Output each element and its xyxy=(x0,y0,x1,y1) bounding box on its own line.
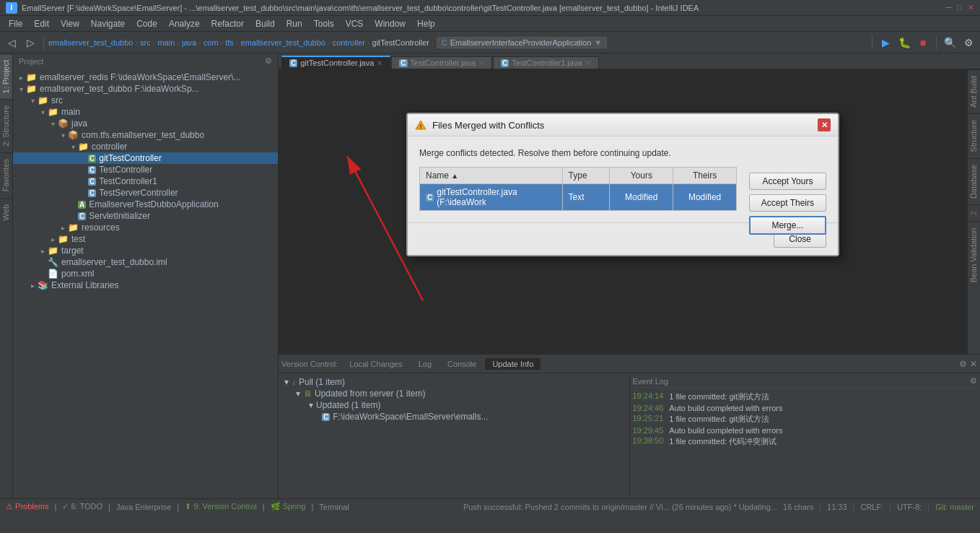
forward-btn[interactable]: ▷ xyxy=(22,34,39,51)
col-header-yours[interactable]: Yours xyxy=(610,168,673,184)
bottom-close-btn[interactable]: ✕ xyxy=(970,359,977,369)
menu-tools[interactable]: Tools xyxy=(308,17,340,30)
menu-edit[interactable]: Edit xyxy=(28,17,55,30)
col-header-type[interactable]: Type xyxy=(562,168,610,184)
sidebar-gear[interactable]: ⚙ xyxy=(265,56,272,66)
tree-resources[interactable]: ▸ 📁 resources xyxy=(13,222,278,233)
breadcrumb-java[interactable]: java xyxy=(182,38,196,47)
breadcrumb-com[interactable]: com xyxy=(204,38,219,47)
menu-help[interactable]: Help xyxy=(411,17,441,30)
status-spring[interactable]: 🌿 Spring xyxy=(271,502,306,511)
status-problems[interactable]: ⚠ Problems xyxy=(6,502,49,511)
status-sep5: | xyxy=(311,503,313,511)
minimize-btn[interactable]: ─ xyxy=(946,3,952,12)
tree-TestController[interactable]: C TestController xyxy=(13,164,278,176)
tree-target[interactable]: ▸ 📁 target xyxy=(13,245,278,256)
menu-refactor[interactable]: Refactor xyxy=(206,17,250,30)
editor-area[interactable]: ! Files Merged with Conflicts ✕ Merge co… xyxy=(279,69,967,354)
accept-yours-button[interactable]: Accept Yours xyxy=(749,173,826,190)
status-sep4: | xyxy=(263,503,265,511)
tree-TestServerController[interactable]: C TestServerController xyxy=(13,187,278,199)
maximize-btn[interactable]: □ xyxy=(957,3,962,12)
conflict-row[interactable]: C gitTestController.java (F:\ideaWork Te… xyxy=(420,184,737,211)
breadcrumb-src[interactable]: src xyxy=(140,38,151,47)
menu-build[interactable]: Build xyxy=(250,17,281,30)
tab-close[interactable]: ✕ xyxy=(377,59,382,67)
tab-TestController[interactable]: C TestController.java ✕ xyxy=(391,56,492,69)
updated-from-server[interactable]: ▾ 🖥 Updated from server (1 item) xyxy=(281,388,626,399)
updated-file[interactable]: C F:\ideaWorkSpace\EmallServer\emalls... xyxy=(281,411,626,422)
breadcrumb-controller[interactable]: controller xyxy=(333,38,365,47)
bottom-tab-update-info[interactable]: Update Info xyxy=(485,358,541,370)
tree-java[interactable]: ▾ 📦 java xyxy=(13,118,278,129)
tab-close[interactable]: ✕ xyxy=(585,59,591,67)
run-config-dropdown[interactable]: C EmallserverInterfaceProviderApplicatio… xyxy=(437,37,608,48)
tree-TestController1[interactable]: C TestController1 xyxy=(13,176,278,187)
status-java-enterprise[interactable]: Java Enterprise xyxy=(116,503,171,511)
breadcrumb-main[interactable]: main xyxy=(157,38,175,47)
menu-run[interactable]: Run xyxy=(281,17,308,30)
right-sidebar-database[interactable]: Database xyxy=(968,158,980,204)
left-tab-structure[interactable]: 2: Structure xyxy=(0,99,12,152)
menu-navigate[interactable]: Navigate xyxy=(85,17,131,30)
dialog-close-button[interactable]: ✕ xyxy=(818,118,831,131)
bottom-tab-local-changes[interactable]: Local Changes xyxy=(342,358,409,370)
menu-analyze[interactable]: Analyze xyxy=(163,17,206,30)
tree-test[interactable]: ▸ 📁 test xyxy=(13,233,278,245)
right-sidebar-ant-build[interactable]: Ant Build xyxy=(968,69,980,113)
stop-btn[interactable]: ■ xyxy=(914,34,932,51)
status-crlf[interactable]: CRLF: xyxy=(860,503,883,511)
tab-close[interactable]: ✕ xyxy=(478,59,484,67)
tree-controller[interactable]: ▾ 📁 controller xyxy=(13,141,278,152)
menu-window[interactable]: Window xyxy=(369,17,411,30)
status-todo[interactable]: ✓ 6: TODO xyxy=(62,502,102,511)
tree-main[interactable]: ▾ 📁 main xyxy=(13,106,278,118)
left-tab-favorites[interactable]: Favorites xyxy=(0,152,12,197)
right-sidebar-structure[interactable]: Structure xyxy=(968,113,980,158)
menu-view[interactable]: View xyxy=(55,17,85,30)
event-log-settings[interactable]: ⚙ xyxy=(970,376,977,386)
tree-ServletInitializer[interactable]: C ServletInitializer xyxy=(13,210,278,222)
merge-button[interactable]: Merge... xyxy=(749,216,826,235)
menu-vcs[interactable]: VCS xyxy=(340,17,369,30)
tree-gitTestController[interactable]: C gitTestController xyxy=(13,152,278,164)
updated-item[interactable]: ▾ Updated (1 item) xyxy=(281,399,626,411)
tree-external-libs[interactable]: ▸ 📚 External Libraries xyxy=(13,280,278,291)
pull-item[interactable]: ▾ ↓ Pull (1 item) xyxy=(281,376,626,388)
breadcrumb-emallserver[interactable]: emallserver_test_dubbo xyxy=(48,38,133,47)
tab-gitTestController[interactable]: C gitTestController.java ✕ xyxy=(281,56,390,69)
status-git[interactable]: Git: master xyxy=(935,503,974,511)
tree-com-tfs[interactable]: ▾ 📦 com.tfs.emallserver_test_dubbo xyxy=(13,129,278,141)
right-sidebar-bean-validation[interactable]: Bean Validation xyxy=(968,221,980,288)
search-everywhere-btn[interactable]: 🔍 xyxy=(941,34,958,51)
breadcrumb-tfs[interactable]: tfs xyxy=(225,38,234,47)
settings-btn[interactable]: ⚙ xyxy=(960,34,977,51)
status-terminal[interactable]: Terminal xyxy=(319,503,349,511)
right-sidebar-maven[interactable]: 2 xyxy=(968,204,980,221)
tab-TestController1[interactable]: C TestController1.java ✕ xyxy=(493,56,598,69)
tree-iml[interactable]: 🔧 emallserver_test_dubbo.iml xyxy=(13,256,278,268)
col-header-name[interactable]: Name ▲ xyxy=(420,168,563,184)
close-btn[interactable]: ✕ xyxy=(968,3,974,12)
bottom-tab-console[interactable]: Console xyxy=(440,358,484,370)
left-tab-web[interactable]: Web xyxy=(0,198,12,226)
tree-emallserver-test-dubbo[interactable]: ▾ 📁 emallserver_test_dubbo F:\ideaWorkSp… xyxy=(13,83,278,95)
back-btn[interactable]: ◁ xyxy=(3,34,20,51)
breadcrumb-gitTestController[interactable]: gitTestController xyxy=(372,38,429,47)
tree-src[interactable]: ▾ 📁 src xyxy=(13,95,278,106)
menu-code[interactable]: Code xyxy=(131,17,163,30)
bottom-settings-btn[interactable]: ⚙ xyxy=(959,359,967,369)
tree-emallserver-redis[interactable]: ▸ 📁 emallserver_redis F:\ideaWorkSpace\E… xyxy=(13,72,278,83)
debug-btn[interactable]: 🐛 xyxy=(896,34,913,51)
left-tab-project[interactable]: 1: Project xyxy=(0,53,12,99)
tree-EmallserverTestDubboApplication[interactable]: A EmallserverTestDubboApplication xyxy=(13,199,278,210)
run-btn[interactable]: ▶ xyxy=(877,34,894,51)
accept-theirs-button[interactable]: Accept Theirs xyxy=(749,194,826,212)
breadcrumb-emallserver2[interactable]: emallserver_test_dubbo xyxy=(241,38,325,47)
menu-file[interactable]: File xyxy=(3,17,28,30)
status-encoding[interactable]: UTF-8: xyxy=(897,503,922,511)
col-header-theirs[interactable]: Theirs xyxy=(673,168,737,184)
bottom-tab-log[interactable]: Log xyxy=(411,358,439,370)
tree-pom[interactable]: 📄 pom.xml xyxy=(13,268,278,280)
status-version-control[interactable]: ⬆ 9: Version Control xyxy=(185,502,257,511)
